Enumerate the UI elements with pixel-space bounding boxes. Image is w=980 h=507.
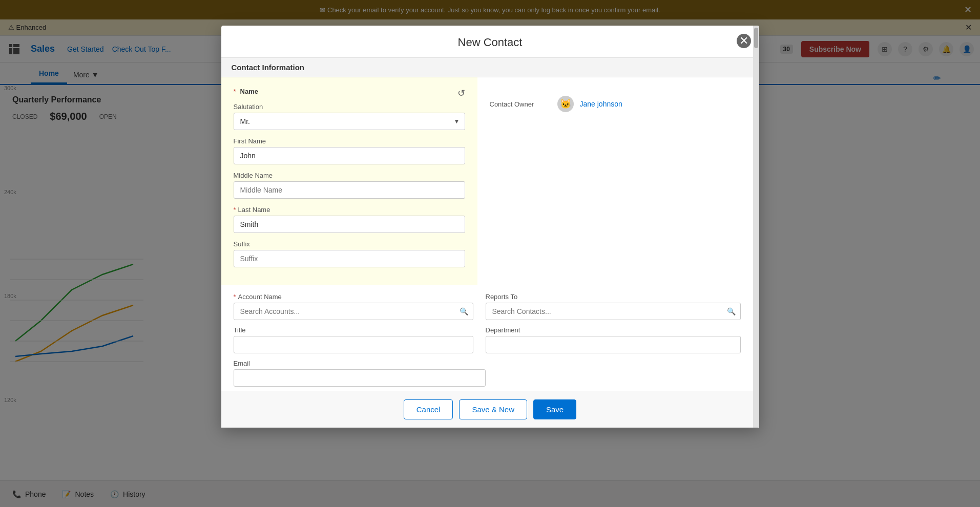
department-label: Department xyxy=(486,326,741,334)
modal-footer: Cancel Save & New Save xyxy=(221,391,759,428)
salutation-row: Salutation Mr. Ms. Mrs. Dr. Prof. ▼ xyxy=(234,103,465,130)
name-field-label: Name xyxy=(240,88,258,95)
modal-scrollbar-thumb xyxy=(754,28,758,48)
last-name-input[interactable] xyxy=(234,216,465,233)
refresh-icon[interactable]: ↺ xyxy=(457,88,465,99)
account-reports-row: * Account Name 🔍 Reports To 🔍 xyxy=(221,285,753,320)
salutation-label: Salutation xyxy=(234,103,465,111)
account-name-input[interactable] xyxy=(234,303,473,320)
owner-avatar: 🐱 xyxy=(557,96,574,112)
account-name-label: Account Name xyxy=(238,293,282,301)
email-col: Email xyxy=(234,360,486,387)
contact-owner-row: Contact Owner 🐱 Jane johnson xyxy=(490,88,741,120)
name-required-star: * xyxy=(234,88,236,95)
cancel-button[interactable]: Cancel xyxy=(404,399,453,419)
salutation-select-wrapper: Mr. Ms. Mrs. Dr. Prof. ▼ xyxy=(234,113,465,130)
new-contact-modal: New Contact ✕ Contact Information * Name… xyxy=(221,26,759,428)
owner-name[interactable]: Jane johnson xyxy=(580,100,622,108)
salutation-select[interactable]: Mr. Ms. Mrs. Dr. Prof. xyxy=(234,113,465,130)
department-input[interactable] xyxy=(486,336,741,353)
contact-owner-label: Contact Owner xyxy=(490,100,551,108)
suffix-label: Suffix xyxy=(234,240,465,248)
title-input[interactable] xyxy=(234,336,473,353)
modal-body: Contact Information * Name ↺ Salutation xyxy=(221,58,759,391)
suffix-input[interactable] xyxy=(234,250,465,267)
reports-to-input[interactable] xyxy=(486,303,741,320)
middle-name-label: Middle Name xyxy=(234,172,465,179)
modal-scrollbar[interactable] xyxy=(753,26,759,428)
title-label: Title xyxy=(234,326,473,334)
contact-info-section: Contact Information xyxy=(221,58,753,77)
email-row: Email xyxy=(221,353,753,391)
form-left-panel: * Name ↺ Salutation Mr. Ms. Mrs. Dr. xyxy=(221,77,477,285)
save-button[interactable]: Save xyxy=(533,399,576,419)
form-right-panel: Contact Owner 🐱 Jane johnson xyxy=(477,77,753,285)
modal-header: New Contact ✕ xyxy=(221,26,759,58)
save-new-button[interactable]: Save & New xyxy=(459,399,527,419)
modal-title: New Contact xyxy=(458,36,523,49)
email-label: Email xyxy=(234,360,486,367)
middle-name-input[interactable] xyxy=(234,181,465,199)
account-name-search-wrapper: 🔍 xyxy=(234,303,473,320)
reports-to-label: Reports To xyxy=(486,293,741,301)
title-col: Title xyxy=(234,326,473,353)
department-col: Department xyxy=(486,326,741,353)
email-input[interactable] xyxy=(234,369,486,387)
suffix-row: Suffix xyxy=(234,240,465,267)
last-name-row: * Last Name xyxy=(234,206,465,233)
account-name-col: * Account Name 🔍 xyxy=(234,293,473,320)
first-name-label: First Name xyxy=(234,137,465,145)
reports-to-search-wrapper: 🔍 xyxy=(486,303,741,320)
section-label: Contact Information xyxy=(232,63,305,72)
first-name-input[interactable] xyxy=(234,147,465,164)
first-name-row: First Name xyxy=(234,137,465,164)
form-area: * Name ↺ Salutation Mr. Ms. Mrs. Dr. xyxy=(221,77,753,285)
form-left-header: * Name ↺ xyxy=(234,88,465,99)
title-department-row: Title Department xyxy=(221,320,753,353)
reports-to-col: Reports To 🔍 xyxy=(486,293,741,320)
last-name-label: * Last Name xyxy=(234,206,465,214)
modal-close-button[interactable]: ✕ xyxy=(737,34,751,48)
middle-name-row: Middle Name xyxy=(234,172,465,199)
